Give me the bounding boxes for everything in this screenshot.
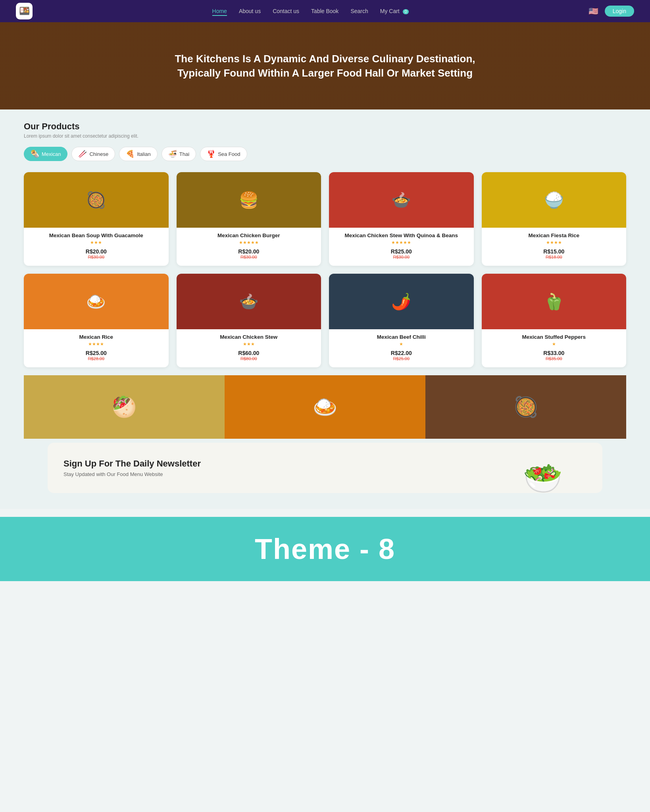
product-rating-6: ★★★ xyxy=(182,342,316,347)
products-section: Our Products Lorem ipsum dolor sit amet … xyxy=(0,109,650,509)
product-rating-1: ★★★ xyxy=(29,240,163,245)
product-price-1: R$20.00 xyxy=(29,248,163,255)
nav-about[interactable]: About us xyxy=(239,8,261,14)
product-image-2: 🍔 xyxy=(177,172,321,228)
logo-icon: 🍱 xyxy=(19,6,30,16)
product-original-2: R$30.00 xyxy=(182,255,316,259)
product-original-1: R$30.00 xyxy=(29,255,163,259)
product-rating-7: ★ xyxy=(335,342,468,347)
section-subtitle: Lorem ipsum dolor sit amet consectetur a… xyxy=(24,133,626,139)
mexican-icon: 🌯 xyxy=(31,150,39,158)
product-rating-3: ★★★★★ xyxy=(335,240,468,245)
tab-thai-label: Thai xyxy=(179,151,189,157)
tab-seafood-label: Sea Food xyxy=(218,151,240,157)
product-grid-row1: 🥘 Mexican Bean Soup With Guacamole ★★★ R… xyxy=(24,172,626,266)
newsletter-title: Sign Up For The Daily Newsletter xyxy=(63,459,201,469)
product-image-3: 🍲 xyxy=(329,172,474,228)
product-name-2: Mexican Chicken Burger xyxy=(182,232,316,238)
product-price-6: R$60.00 xyxy=(182,350,316,356)
gallery: 🥙 🍛 🥘 xyxy=(24,375,626,439)
product-rating-2: ★★★★★ xyxy=(182,240,316,245)
tab-chinese-label: Chinese xyxy=(89,151,108,157)
italian-icon: 🍕 xyxy=(126,150,135,158)
product-price-4: R$15.00 xyxy=(487,248,621,255)
product-image-5: 🍛 xyxy=(24,274,169,329)
tab-thai[interactable]: 🍜 Thai xyxy=(162,147,196,161)
product-card-5[interactable]: 🍛 Mexican Rice ★★★★ R$25.00 R$28.00 xyxy=(24,274,169,367)
language-flag[interactable]: 🇺🇸 xyxy=(588,6,598,16)
product-card-1[interactable]: 🥘 Mexican Bean Soup With Guacamole ★★★ R… xyxy=(24,172,169,266)
product-name-6: Mexican Chicken Stew xyxy=(182,334,316,340)
product-original-6: R$80.00 xyxy=(182,356,316,361)
gallery-item-1: 🥙 xyxy=(24,375,225,439)
login-button[interactable]: Login xyxy=(605,6,634,17)
product-original-8: R$35.00 xyxy=(487,356,621,361)
product-name-8: Mexican Stuffed Peppers xyxy=(487,334,621,340)
product-price-8: R$33.00 xyxy=(487,350,621,356)
product-price-3: R$25.00 xyxy=(335,248,468,255)
product-card-6[interactable]: 🍲 Mexican Chicken Stew ★★★ R$60.00 R$80.… xyxy=(177,274,321,367)
logo[interactable]: 🍱 xyxy=(16,3,33,19)
product-name-7: Mexican Beef Chilli xyxy=(335,334,468,340)
nav-search[interactable]: Search xyxy=(350,8,368,14)
product-name-3: Mexican Chicken Stew With Quinoa & Beans xyxy=(335,232,468,238)
product-rating-5: ★★★★ xyxy=(29,342,163,347)
product-name-5: Mexican Rice xyxy=(29,334,163,340)
newsletter-text: Sign Up For The Daily Newsletter Stay Up… xyxy=(63,459,201,477)
product-card-7[interactable]: 🌶️ Mexican Beef Chilli ★ R$22.00 R$25.00 xyxy=(329,274,474,367)
gallery-image-3: 🥘 xyxy=(425,375,626,439)
hero-title: The Kitchens Is A Dynamic And Diverse Cu… xyxy=(166,52,484,81)
product-rating-4: ★★★★ xyxy=(487,240,621,245)
tab-mexican-label: Mexican xyxy=(42,151,61,157)
nav-cart[interactable]: My Cart 0 xyxy=(380,8,409,14)
product-image-7: 🌶️ xyxy=(329,274,474,329)
gallery-image-1: 🥙 xyxy=(24,375,225,439)
chinese-icon: 🥢 xyxy=(78,150,87,158)
tab-chinese[interactable]: 🥢 Chinese xyxy=(71,147,115,161)
cart-badge: 0 xyxy=(403,9,409,14)
tab-italian[interactable]: 🍕 Italian xyxy=(119,147,158,161)
theme-label: Theme - 8 xyxy=(0,533,650,565)
product-card-2[interactable]: 🍔 Mexican Chicken Burger ★★★★★ R$20.00 R… xyxy=(177,172,321,266)
gallery-image-2: 🍛 xyxy=(225,375,425,439)
product-image-8: 🫑 xyxy=(482,274,627,329)
product-card-3[interactable]: 🍲 Mexican Chicken Stew With Quinoa & Bea… xyxy=(329,172,474,266)
product-name-4: Mexican Fiesta Rice xyxy=(487,232,621,238)
nav-right: 🇺🇸 Login xyxy=(588,6,634,17)
product-image-4: 🍚 xyxy=(482,172,627,228)
newsletter-subtitle: Stay Updated with Our Food Menu Website xyxy=(63,471,201,477)
product-rating-8: ★ xyxy=(487,342,621,347)
navbar: 🍱 Home About us Contact us Table Book Se… xyxy=(0,0,650,22)
newsletter-image: 🥗 xyxy=(523,460,563,493)
nav-contact[interactable]: Contact us xyxy=(273,8,299,14)
nav-links: Home About us Contact us Table Book Sear… xyxy=(212,8,409,15)
nav-home[interactable]: Home xyxy=(212,8,227,16)
product-original-4: R$18.00 xyxy=(487,255,621,259)
product-card-4[interactable]: 🍚 Mexican Fiesta Rice ★★★★ R$15.00 R$18.… xyxy=(482,172,627,266)
hero-section: The Kitchens Is A Dynamic And Diverse Cu… xyxy=(0,22,650,109)
product-image-1: 🥘 xyxy=(24,172,169,228)
product-original-5: R$28.00 xyxy=(29,356,163,361)
product-price-5: R$25.00 xyxy=(29,350,163,356)
product-price-7: R$22.00 xyxy=(335,350,468,356)
tab-seafood[interactable]: 🦞 Sea Food xyxy=(200,147,247,161)
product-grid-row2: 🍛 Mexican Rice ★★★★ R$25.00 R$28.00 🍲 Me… xyxy=(24,274,626,367)
product-image-6: 🍲 xyxy=(177,274,321,329)
gallery-item-2: 🍛 xyxy=(225,375,425,439)
product-price-2: R$20.00 xyxy=(182,248,316,255)
tab-mexican[interactable]: 🌯 Mexican xyxy=(24,147,67,161)
thai-icon: 🍜 xyxy=(168,150,177,158)
tab-italian-label: Italian xyxy=(137,151,151,157)
gallery-item-3: 🥘 xyxy=(425,375,626,439)
product-original-7: R$25.00 xyxy=(335,356,468,361)
category-tabs: 🌯 Mexican 🥢 Chinese 🍕 Italian 🍜 Thai 🦞 S… xyxy=(24,147,626,161)
footer-banner: Theme - 8 xyxy=(0,517,650,581)
seafood-icon: 🦞 xyxy=(207,150,215,158)
newsletter-section: Sign Up For The Daily Newsletter Stay Up… xyxy=(48,443,602,493)
section-title: Our Products xyxy=(24,121,626,132)
product-original-3: R$30.00 xyxy=(335,255,468,259)
product-card-8[interactable]: 🫑 Mexican Stuffed Peppers ★ R$33.00 R$35… xyxy=(482,274,627,367)
product-name-1: Mexican Bean Soup With Guacamole xyxy=(29,232,163,238)
nav-tablebook[interactable]: Table Book xyxy=(311,8,338,14)
